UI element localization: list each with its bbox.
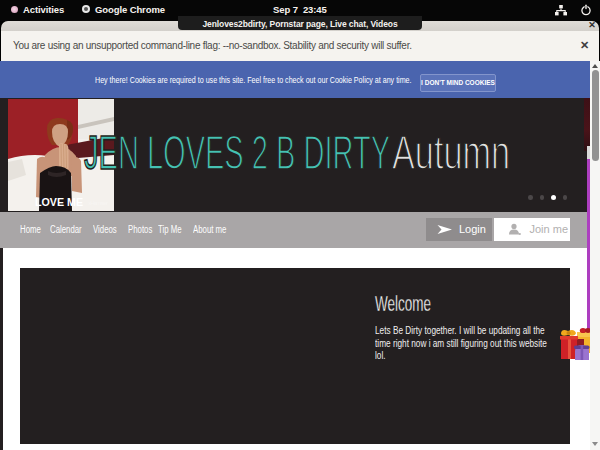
svg-text:Autumn: Autumn [392,125,510,179]
svg-text:Welcome: Welcome [375,291,431,316]
svg-text:JEN LOVES 2 B DIRTY: JEN LOVES 2 B DIRTY [84,125,390,179]
